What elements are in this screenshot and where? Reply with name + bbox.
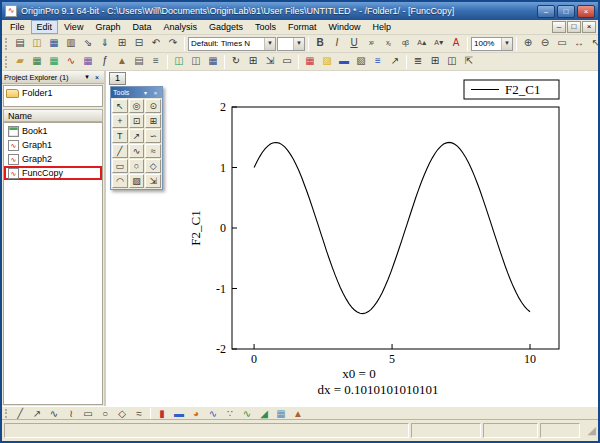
- font-color-button[interactable]: A: [448, 36, 464, 51]
- toolbar-grip[interactable]: [5, 56, 8, 68]
- data-curve[interactable]: [254, 142, 530, 313]
- copy-button[interactable]: ⊞: [114, 36, 130, 51]
- annotation-x0[interactable]: x0 = 0: [342, 366, 375, 381]
- zoom-combo[interactable]: 100% ▼: [471, 37, 513, 51]
- color-palette-button[interactable]: ▦: [302, 54, 318, 69]
- circle-tool[interactable]: ○: [129, 159, 145, 173]
- underline-button[interactable]: U: [346, 36, 362, 51]
- menu-file[interactable]: File: [4, 20, 31, 34]
- screen-reader-tool[interactable]: ⊙: [145, 99, 161, 113]
- undo-button[interactable]: ↶: [148, 36, 164, 51]
- add-layer-button[interactable]: ⊞: [427, 54, 443, 69]
- chevron-down-icon[interactable]: ▼: [293, 38, 304, 50]
- tools-palette-header[interactable]: Tools ▾ ×: [111, 87, 162, 98]
- chevron-down-icon[interactable]: ▼: [264, 38, 275, 50]
- new-graph-button[interactable]: ∿: [63, 54, 79, 69]
- rescale-layers-button[interactable]: ⇲: [262, 54, 278, 69]
- merge-graph-button[interactable]: ◫: [444, 54, 460, 69]
- new-matrix-button[interactable]: ▦: [80, 54, 96, 69]
- save-project-button[interactable]: ▦: [46, 36, 62, 51]
- paste-button[interactable]: ⊟: [131, 36, 147, 51]
- duplicate-window-button[interactable]: ⊞: [245, 54, 261, 69]
- zoom-out-button[interactable]: ⊖: [537, 36, 553, 51]
- save-template-button[interactable]: ▦: [205, 54, 221, 69]
- annotation-dx[interactable]: dx = 0.1010101010101: [317, 382, 438, 397]
- project-item-graph2[interactable]: ∿Graph2: [4, 152, 102, 166]
- menu-tools[interactable]: Tools: [249, 20, 282, 34]
- menu-gadgets[interactable]: Gadgets: [203, 20, 249, 34]
- mdi-restore-button[interactable]: □: [567, 21, 581, 33]
- pointer-tool[interactable]: ↖: [112, 99, 128, 113]
- toolbar-grip[interactable]: [5, 38, 8, 50]
- rescale-button[interactable]: ↔: [571, 36, 587, 51]
- curved-arrow-tool[interactable]: ∽: [145, 129, 161, 143]
- menu-analysis[interactable]: Analysis: [157, 20, 203, 34]
- menu-data[interactable]: Data: [126, 20, 157, 34]
- zoom-in-button[interactable]: ⊕: [520, 36, 536, 51]
- menu-window[interactable]: Window: [323, 20, 367, 34]
- title-bar[interactable]: ∿ OriginPro 9.1 64-bit - C:\Users\Will\D…: [2, 2, 598, 20]
- fill-color-button[interactable]: ▨: [319, 54, 335, 69]
- decrease-font-button[interactable]: A▼: [431, 36, 447, 51]
- new-folder-button[interactable]: ▰: [12, 54, 28, 69]
- new-notes-button[interactable]: ≡: [148, 54, 164, 69]
- open-button[interactable]: ◫: [29, 36, 45, 51]
- import-ascii-button[interactable]: ⇓: [97, 36, 113, 51]
- chevron-down-icon[interactable]: ▼: [501, 38, 512, 50]
- maximize-button[interactable]: □: [557, 5, 575, 18]
- print-button[interactable]: ▥: [63, 36, 79, 51]
- close-icon[interactable]: ×: [92, 74, 102, 81]
- italic-button[interactable]: I: [329, 36, 345, 51]
- bold-button[interactable]: B: [312, 36, 328, 51]
- line-color-button[interactable]: ▬: [336, 54, 352, 69]
- mdi-minimize-button[interactable]: –: [552, 21, 566, 33]
- arrow-style-button[interactable]: ↗: [387, 54, 403, 69]
- new-function-button[interactable]: ƒ: [97, 54, 113, 69]
- whole-page-button[interactable]: ▭: [554, 36, 570, 51]
- data-reader-tool[interactable]: +: [112, 114, 128, 128]
- line-tool[interactable]: ╱: [112, 144, 128, 158]
- chevron-down-icon[interactable]: ▾: [82, 73, 92, 81]
- menu-help[interactable]: Help: [367, 20, 398, 34]
- resize-grip[interactable]: ◢: [582, 423, 596, 438]
- rectangle-tool[interactable]: ▭: [112, 159, 128, 173]
- mask-tool[interactable]: ⊞: [145, 114, 161, 128]
- text-tool[interactable]: T: [112, 129, 128, 143]
- name-column-header[interactable]: Name: [3, 109, 103, 122]
- freehand-tool[interactable]: ≈: [145, 144, 161, 158]
- extract-graph-button[interactable]: ⇱: [461, 54, 477, 69]
- pattern-button[interactable]: ▧: [353, 54, 369, 69]
- close-button[interactable]: ×: [577, 5, 595, 18]
- menu-view[interactable]: View: [58, 20, 89, 34]
- project-item-graph1[interactable]: ∿Graph1: [4, 138, 102, 152]
- menu-edit[interactable]: Edit: [31, 20, 59, 34]
- new-excel-button[interactable]: ▦: [46, 54, 62, 69]
- region-tool[interactable]: ◠: [112, 174, 128, 188]
- line-style-button[interactable]: ≡: [370, 54, 386, 69]
- y-axis-label[interactable]: F2_C1: [188, 210, 203, 245]
- refresh-button[interactable]: ↻: [228, 54, 244, 69]
- font-size-combo[interactable]: ▼: [277, 37, 305, 51]
- increase-font-button[interactable]: A▲: [414, 36, 430, 51]
- mdi-close-button[interactable]: ×: [582, 21, 596, 33]
- rescale-tool[interactable]: ⇲: [145, 174, 161, 188]
- zoom-in-tool[interactable]: ◎: [129, 99, 145, 113]
- pointer-button[interactable]: ↖: [588, 36, 600, 51]
- superscript-button[interactable]: x²: [363, 36, 379, 51]
- data-selector-tool[interactable]: ⊡: [129, 114, 145, 128]
- font-combo[interactable]: Default: Times N ▼: [188, 37, 276, 51]
- arrow-tool[interactable]: ↗: [129, 129, 145, 143]
- project-explorer-header[interactable]: Project Explorer (1) ▾ ×: [2, 71, 104, 84]
- menu-graph[interactable]: Graph: [89, 20, 126, 34]
- close-icon[interactable]: ×: [151, 90, 160, 96]
- open-template-button[interactable]: ◫: [188, 54, 204, 69]
- fit-page-button[interactable]: ▭: [279, 54, 295, 69]
- import-wizard-button[interactable]: ⇘: [80, 36, 96, 51]
- folder-item-folder1[interactable]: Folder1: [6, 88, 100, 98]
- polyline-tool[interactable]: ∿: [129, 144, 145, 158]
- new-project-button[interactable]: ▤: [12, 36, 28, 51]
- menu-format[interactable]: Format: [282, 20, 323, 34]
- project-item-book1[interactable]: Book1: [4, 124, 102, 138]
- layer-management-button[interactable]: ≣: [410, 54, 426, 69]
- layer-button[interactable]: 1: [109, 72, 126, 85]
